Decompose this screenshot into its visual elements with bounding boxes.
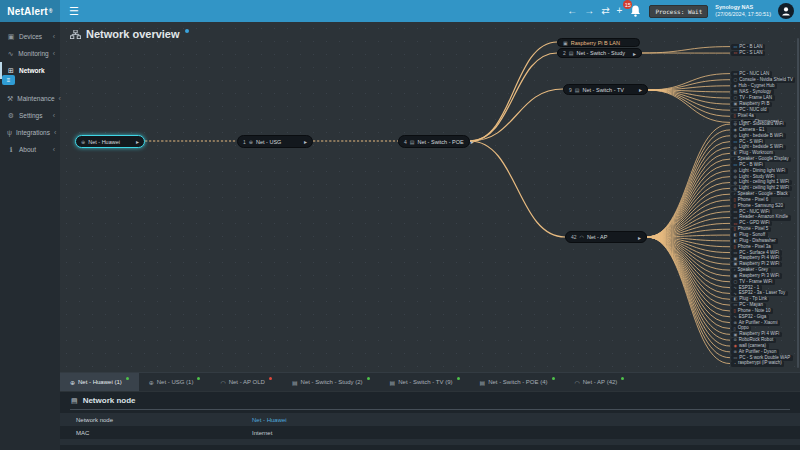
topology-node-huawei[interactable]: ⊕Net - Huawei▸	[75, 135, 145, 148]
sidebar-toggle-button[interactable]: ≡	[2, 75, 15, 85]
user-avatar[interactable]	[778, 3, 794, 19]
device-leaf[interactable]: ▭PC - NUC LAN	[731, 71, 772, 77]
tab-net-switch-poe-4-[interactable]: ▤Net - Switch - POE (4)	[470, 373, 565, 391]
sidebar-item-monitoring[interactable]: ∿Monitoring‹	[0, 45, 60, 62]
tab-label: Net - Huawei (1)	[78, 379, 122, 385]
panel-header: ▤ Network node	[60, 392, 800, 408]
device-leaf[interactable]: ◔raspberrypi (IP watch)	[731, 361, 784, 367]
sidebar-item-maintenance[interactable]: ⚒Maintenance‹	[0, 90, 60, 107]
device-icon: ▣	[734, 262, 738, 266]
switch-icon: ▤	[410, 139, 415, 145]
refresh-icon[interactable]: ⇄	[601, 6, 609, 16]
tab-label: Net - AP (42)	[583, 379, 618, 385]
device-leaf[interactable]: ◍Light - bedside B WiFi	[731, 133, 786, 139]
device-label: TV - Frame WiFi	[739, 280, 772, 285]
sidebar-item-label: Settings	[19, 112, 43, 119]
device-label: Speaker - Google - Black	[738, 192, 788, 197]
app-logo-text: NetAlert	[7, 6, 48, 17]
device-leaf[interactable]: ◍Light - Dining light WiFi	[731, 168, 788, 174]
device-icon: ◧	[734, 297, 738, 301]
device-icon: ⊛	[734, 321, 737, 325]
topology-node-poe[interactable]: 4▤Net - Switch - POE▸	[398, 135, 470, 148]
device-label: Air Purifier - Dyson	[739, 350, 777, 355]
globe-icon: ⊕	[149, 379, 154, 386]
chevron-expand-icon: ▸	[467, 138, 474, 145]
device-label: PC - GPD WiFi	[739, 221, 769, 226]
switch-icon: ▤	[292, 379, 298, 386]
tab-status-dot	[457, 377, 460, 380]
device-leaf[interactable]: ▯Pixel 4a	[731, 114, 756, 120]
settings-icon: ⚙	[7, 112, 15, 120]
topology-node-ap[interactable]: 42◠Net - AP▸	[565, 231, 647, 243]
device-icon: ◔	[734, 362, 736, 366]
device-leaf[interactable]: ⊛Air Purifier - Dyson	[731, 349, 779, 355]
device-icon: ∿	[734, 286, 737, 290]
topology-node-study[interactable]: 2▤Net - Switch - Study▸	[557, 48, 642, 58]
device-label: ESP32 - 3a - Laser Toy	[739, 291, 785, 296]
device-label: Light - bedside S WiFi	[739, 145, 783, 150]
device-icon: ◉	[734, 128, 738, 132]
hamburger-menu-icon[interactable]: ☰	[69, 5, 79, 18]
device-icon: ◍	[734, 169, 738, 173]
sidebar-item-label: Devices	[19, 33, 42, 40]
tab-net-ap-old[interactable]: ◠Net - AP OLD	[210, 373, 282, 391]
move-icon[interactable]: +	[617, 6, 623, 16]
device-label: Phone - Pixel 3a	[738, 245, 771, 250]
device-icon: ▭	[734, 222, 738, 226]
device-leaf[interactable]: ▢Console - Nvidia Shield TV	[731, 77, 795, 83]
sidebar-item-label: Network	[19, 67, 45, 74]
device-icon: ⊛	[734, 350, 737, 354]
topology-node-usg[interactable]: 1⊕Net - USG▸	[237, 135, 313, 148]
device-icon: ◧	[734, 233, 738, 237]
device-label: Air Purifier - Xiaomi	[739, 321, 778, 326]
device-label: Raspberry Pi 3 WiFi	[739, 274, 779, 279]
sidebar-item-integrations[interactable]: ψIntegrations‹	[0, 124, 60, 141]
sidebar-item-settings[interactable]: ⚙Settings‹	[0, 107, 60, 124]
device-label: ESP32 - 1	[739, 286, 760, 291]
device-label: Light - Sideboard WiFi	[739, 122, 784, 127]
nav-forward-icon[interactable]: →	[584, 6, 594, 16]
row-label: Network node	[60, 417, 252, 423]
topology-node-rpib[interactable]: ▣Raspberry Pi B LAN	[557, 38, 640, 47]
row-label: MAC	[60, 430, 252, 436]
device-list-scrollbar[interactable]	[797, 38, 799, 368]
tab-net-usg-1-[interactable]: ⊕Net - USG (1)	[139, 373, 211, 391]
tab-net-huawei-1-[interactable]: ⊕Net - Huawei (1)	[60, 373, 139, 391]
chevron-expand-icon: ▸	[629, 50, 636, 57]
sidebar-item-devices[interactable]: ▣Devices‹	[0, 28, 60, 45]
table-row: MACInternet	[60, 426, 800, 439]
device-leaf[interactable]: ◈Hub - Cygnet Hub	[731, 83, 777, 89]
tab-net-switch-study-2-[interactable]: ▤Net - Switch - Study (2)	[282, 373, 380, 391]
nav-back-icon[interactable]: ←	[567, 6, 577, 16]
nas-timestamp: (27/06/2024, 17:50:51)	[715, 11, 771, 18]
chevron-expand-icon: ▸	[635, 86, 642, 93]
device-label: PC - S LAN	[739, 51, 762, 56]
device-leaf[interactable]: ▭PC - B LAN	[731, 44, 765, 50]
notifications-bell[interactable]: 15	[629, 4, 642, 18]
device-icon: ♪	[734, 268, 736, 272]
tab-status-dot	[197, 377, 200, 380]
node-label: Net - Switch - POE	[418, 139, 464, 145]
device-label: Reader - Amazon Kindle	[739, 215, 788, 220]
node-count-badge: 2	[563, 50, 566, 56]
device-leaf[interactable]: ∿ESP32 - Giga	[731, 314, 769, 320]
chevron-left-icon: ‹	[54, 129, 61, 136]
tab-net-ap-42-[interactable]: ◠Net - AP (42)	[565, 373, 635, 391]
device-icon: ▭	[734, 140, 738, 144]
device-icon: ▣	[734, 333, 738, 337]
device-label: Camera - E1	[739, 128, 765, 133]
node-count-badge: 1	[243, 139, 246, 145]
panel-title: Network node	[83, 396, 136, 405]
row-value-link[interactable]: Net - Huawei	[252, 417, 287, 423]
tab-net-switch-tv-9-[interactable]: ▤Net - Switch - TV (9)	[380, 373, 470, 391]
topbar-controls: ← → ⇄ + 15 Process: Wait Synology NAS (2…	[567, 3, 800, 19]
sidebar-item-about[interactable]: ℹAbout‹	[0, 141, 60, 158]
device-label: PC - NUC WiFi	[739, 210, 769, 215]
chevron-left-icon: ‹	[53, 33, 60, 40]
device-leaf[interactable]: ▯Phone - Pixel 3a	[731, 244, 773, 250]
device-leaf[interactable]: ▯Phone - Samsung S20	[731, 203, 785, 209]
topology-node-tv[interactable]: 9▤Net - Switch - TV▸	[563, 84, 648, 95]
device-icon: ▯	[734, 245, 736, 249]
device-leaf[interactable]: ▢TV - Frame WiFi	[731, 279, 775, 285]
device-leaf[interactable]: ▭PC - S LAN	[731, 51, 765, 57]
